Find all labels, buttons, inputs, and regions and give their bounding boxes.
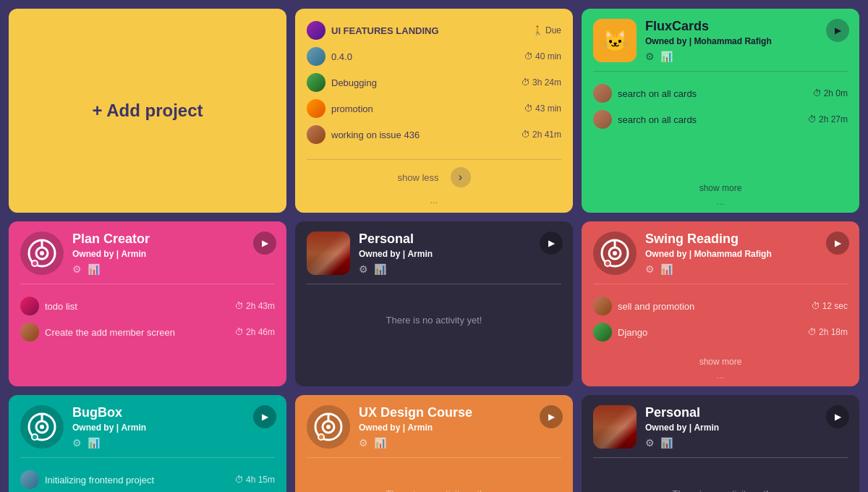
ux-design-play-button[interactable]: ▶ [540, 405, 563, 428]
ux-design-owner: Armin [407, 423, 433, 433]
svg-point-2 [40, 251, 44, 255]
task-name: promotion [331, 103, 519, 114]
clock-icon: ⏱ [235, 301, 244, 311]
fluxcards-show-more[interactable]: show more [582, 179, 859, 196]
personal2-header: Personal Owned by | Armin ⚙ 📊 ▶ [582, 395, 859, 453]
personal2-avatar [593, 405, 637, 449]
svg-point-14 [32, 434, 38, 440]
no-activity-label: There is no activity yet! [593, 467, 848, 492]
add-project-label: + Add project [92, 101, 203, 121]
personal2-play-button[interactable]: ▶ [826, 405, 849, 428]
clock-icon: ⏱ [524, 51, 533, 62]
fluxcards-logo [593, 19, 637, 62]
task-row: Debugging ⏱ 3h 24m [307, 69, 561, 96]
task-time: ⏱ 4h 15m [235, 475, 275, 485]
no-activity-label: There is no activity yet! [307, 293, 561, 347]
next-arrow-button[interactable]: › [451, 167, 471, 187]
settings-icon[interactable]: ⚙ [72, 263, 82, 275]
task-time: ⏱ 2h 43m [235, 301, 275, 311]
stats-icon[interactable]: 📊 [660, 437, 673, 449]
task-row: search on all cards ⏱ 2h 27m [593, 106, 848, 132]
fluxcards-header: FluxCards Owned by | Mohammad Rafigh ⚙ 📊… [582, 9, 859, 67]
fluxcards-action-icons: ⚙ 📊 [645, 51, 848, 62]
clock-icon: ⏱ [235, 475, 244, 485]
swing-reading-show-more[interactable]: show more [582, 352, 859, 370]
ux-design-action-icons: ⚙ 📊 [359, 437, 561, 449]
walk-icon: 🚶 [532, 25, 543, 35]
personal1-card: Personal Owned by | Armin ⚙ 📊 ▶ There is… [295, 221, 573, 386]
fluxcards-card: FluxCards Owned by | Mohammad Rafigh ⚙ 📊… [582, 9, 859, 213]
bugbox-title: BugBox [72, 405, 275, 421]
fluxcards-dots: ... [582, 196, 859, 213]
settings-icon[interactable]: ⚙ [72, 437, 82, 449]
swing-reading-header: Swing Reading Owned by | Mohammad Rafigh… [582, 221, 859, 279]
task-time: ⏱ 2h 41m [522, 130, 561, 140]
clock-icon: ⏱ [812, 301, 820, 311]
stats-icon[interactable]: 📊 [374, 437, 386, 449]
task-time: ⏱ 3h 24m [522, 77, 561, 88]
stats-icon[interactable]: 📊 [660, 51, 673, 62]
task-name: search on all cards [618, 88, 807, 99]
clock-icon: ⏱ [813, 88, 822, 98]
settings-icon[interactable]: ⚙ [645, 263, 655, 275]
clock-icon: ⏱ [522, 130, 530, 140]
avatar [593, 297, 612, 315]
show-less-button[interactable]: show less [397, 172, 438, 183]
task-name: search on all cards [618, 114, 802, 125]
personal2-owner-row: Owned by | Armin [645, 423, 848, 433]
fluxcards-owner: Mohammad Rafigh [694, 36, 771, 46]
settings-icon[interactable]: ⚙ [359, 437, 368, 449]
svg-point-4 [32, 260, 38, 266]
clock-icon: ⏱ [235, 327, 244, 337]
plan-creator-card: Plan Creator Owned by | Armin ⚙ 📊 ▶ todo… [9, 221, 286, 386]
clock-icon: ⏱ [524, 103, 533, 114]
bugbox-play-button[interactable]: ▶ [253, 405, 276, 428]
svg-point-7 [613, 251, 617, 255]
settings-icon[interactable]: ⚙ [645, 51, 655, 62]
ux-design-title-area: UX Design Course Owned by | Armin ⚙ 📊 [359, 405, 561, 449]
fluxcards-title: FluxCards [645, 19, 848, 35]
task-row: Create the add member screen ⏱ 2h 46m [20, 319, 275, 345]
task-list-body: UI FEATURES LANDING 🚶 Due 0.4.0 ⏱ 40 min… [295, 9, 573, 155]
personal1-owner-row: Owned by | Armin [359, 249, 561, 259]
settings-icon[interactable]: ⚙ [359, 263, 368, 275]
task-list-card: UI FEATURES LANDING 🚶 Due 0.4.0 ⏱ 40 min… [295, 9, 573, 213]
task-row: 0.4.0 ⏱ 40 min [307, 43, 561, 69]
task-name: Django [618, 327, 802, 338]
stats-icon[interactable]: 📊 [660, 263, 673, 275]
fluxcards-divider [593, 71, 848, 72]
fluxcards-play-button[interactable]: ▶ [826, 19, 849, 42]
personal1-owner: Armin [407, 249, 433, 259]
personal1-play-button[interactable]: ▶ [540, 232, 563, 255]
personal2-owner: Armin [694, 423, 719, 433]
personal1-header: Personal Owned by | Armin ⚙ 📊 ▶ [295, 221, 573, 279]
task-name: working on issue 436 [331, 130, 516, 140]
plan-creator-header: Plan Creator Owned by | Armin ⚙ 📊 ▶ [9, 221, 286, 279]
task-row: UI FEATURES LANDING 🚶 Due [307, 17, 561, 43]
task-name: Initializing frontend project [45, 475, 229, 485]
settings-icon[interactable]: ⚙ [645, 437, 655, 449]
stats-icon[interactable]: 📊 [374, 263, 386, 275]
plan-creator-body: todo list ⏱ 2h 43m Create the add member… [9, 289, 286, 386]
plan-creator-title: Plan Creator [72, 232, 275, 247]
task-row: Initializing frontend project ⏱ 4h 15m [20, 467, 275, 492]
add-project-card[interactable]: + Add project [9, 9, 286, 213]
plan-creator-action-icons: ⚙ 📊 [72, 263, 275, 275]
swing-reading-play-button[interactable]: ▶ [826, 232, 849, 255]
avatar [20, 323, 39, 342]
stats-icon[interactable]: 📊 [88, 263, 100, 275]
bugbox-action-icons: ⚙ 📊 [72, 437, 275, 449]
clock-icon: ⏱ [808, 327, 817, 337]
plan-creator-play-button[interactable]: ▶ [253, 232, 276, 255]
avatar [593, 84, 612, 103]
personal1-avatar [307, 232, 350, 275]
ux-design-header: UX Design Course Owned by | Armin ⚙ 📊 ▶ [295, 395, 573, 453]
swing-reading-owner: Mohammad Rafigh [694, 249, 771, 259]
fluxcards-body: search on all cards ⏱ 2h 0m search on al… [582, 76, 859, 179]
personal1-body: There is no activity yet! [295, 289, 573, 386]
swing-reading-title-area: Swing Reading Owned by | Mohammad Rafigh… [645, 232, 848, 275]
clock-icon: ⏱ [808, 114, 817, 124]
task-name: Debugging [331, 77, 516, 88]
task-time: ⏱ 43 min [524, 103, 561, 114]
stats-icon[interactable]: 📊 [88, 437, 100, 449]
